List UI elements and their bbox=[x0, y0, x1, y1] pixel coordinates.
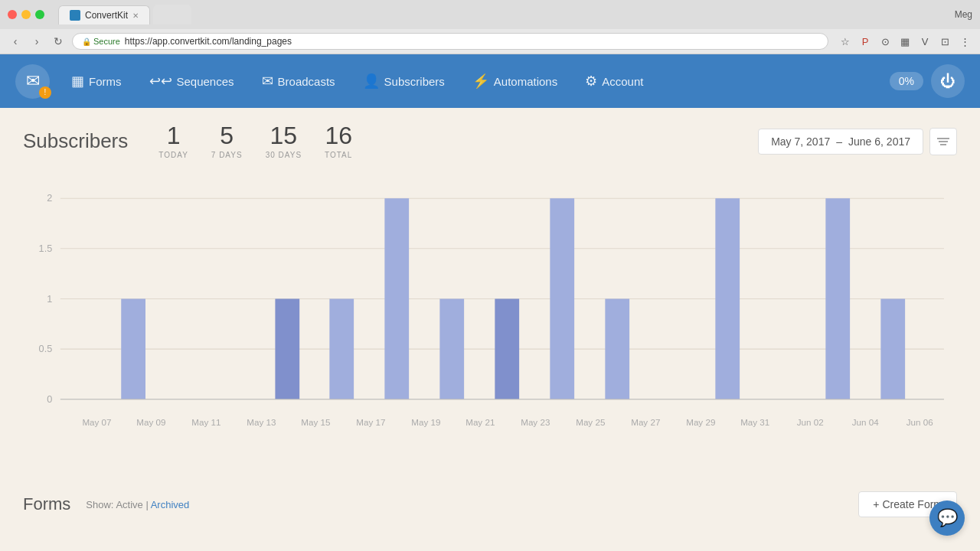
extension-icon-4[interactable]: V bbox=[917, 34, 933, 49]
stat-today: 1 TODAY bbox=[158, 123, 188, 159]
svg-text:Jun 06: Jun 06 bbox=[906, 417, 933, 427]
extension-icon-2[interactable]: ⊙ bbox=[877, 34, 893, 49]
stat-7days-value: 5 bbox=[211, 123, 243, 148]
nav-label-account: Account bbox=[602, 75, 643, 88]
stat-7days: 5 7 DAYS bbox=[211, 123, 243, 159]
chat-button[interactable]: 💬 bbox=[929, 500, 965, 536]
url-bar[interactable]: 🔒 Secure https://app.convertkit.com/land… bbox=[72, 33, 828, 50]
bar-may19 bbox=[384, 198, 409, 399]
minimize-button[interactable] bbox=[21, 10, 31, 19]
tab-title: ConvertKit bbox=[85, 10, 128, 21]
maximize-button[interactable] bbox=[35, 10, 44, 19]
svg-text:May 29: May 29 bbox=[686, 417, 715, 427]
show-label: Show: bbox=[86, 499, 113, 510]
browser-user: Meg bbox=[955, 9, 972, 20]
refresh-button[interactable]: ↻ bbox=[51, 34, 66, 49]
svg-text:May 13: May 13 bbox=[247, 417, 276, 427]
stat-today-label: TODAY bbox=[158, 151, 188, 159]
date-end: June 6, 2017 bbox=[848, 135, 910, 148]
extension-icon-3[interactable]: ▦ bbox=[897, 34, 913, 49]
nav-item-automations[interactable]: ⚡ Automations bbox=[459, 54, 571, 108]
nav-item-sequences[interactable]: ↩↩ Sequences bbox=[136, 54, 248, 108]
stats-row: 1 TODAY 5 7 DAYS 15 30 DAYS 16 TOTAL bbox=[158, 123, 352, 159]
svg-text:May 21: May 21 bbox=[466, 417, 495, 427]
archived-link[interactable]: Archived bbox=[151, 499, 190, 510]
svg-text:Jun 04: Jun 04 bbox=[852, 417, 879, 427]
nav-label-automations: Automations bbox=[494, 75, 557, 88]
power-button[interactable]: ⏻ bbox=[931, 64, 965, 98]
nav-label-broadcasts: Broadcasts bbox=[278, 75, 335, 88]
date-start: May 7, 2017 bbox=[771, 135, 830, 148]
stat-today-value: 1 bbox=[158, 123, 188, 148]
traffic-lights bbox=[8, 10, 44, 19]
subscribers-title: Subscribers bbox=[23, 129, 128, 153]
pipe-separator: | bbox=[145, 499, 148, 510]
svg-text:0.5: 0.5 bbox=[39, 344, 53, 354]
date-range-picker[interactable]: May 7, 2017 – June 6, 2017 bbox=[758, 129, 923, 155]
show-filters: Show: Active | Archived bbox=[86, 499, 189, 510]
account-icon: ⚙ bbox=[585, 73, 597, 90]
bookmark-icon[interactable]: ☆ bbox=[838, 34, 853, 49]
secure-text: Secure bbox=[93, 37, 120, 46]
svg-text:0: 0 bbox=[47, 394, 52, 405]
nav-item-subscribers[interactable]: 👤 Subscribers bbox=[349, 54, 459, 108]
svg-text:May 25: May 25 bbox=[576, 417, 605, 427]
bar-jun06 bbox=[880, 298, 905, 399]
pct-badge[interactable]: 0% bbox=[890, 72, 923, 90]
stat-30days: 15 30 DAYS bbox=[266, 123, 302, 159]
nav-label-sequences: Sequences bbox=[177, 75, 234, 88]
forms-title: Forms bbox=[23, 494, 70, 514]
back-button[interactable]: ‹ bbox=[8, 34, 23, 49]
chat-icon: 💬 bbox=[937, 508, 958, 528]
filter-button[interactable] bbox=[929, 128, 957, 155]
app-nav: ✉ ! ▦ Forms ↩↩ Sequences ✉ Broadcasts 👤 … bbox=[0, 54, 980, 108]
nav-items: ▦ Forms ↩↩ Sequences ✉ Broadcasts 👤 Subs… bbox=[57, 54, 890, 108]
forward-button[interactable]: › bbox=[29, 34, 44, 49]
browser-titlebar: ConvertKit ✕ Meg bbox=[0, 0, 980, 29]
broadcasts-icon: ✉ bbox=[262, 73, 273, 90]
nav-item-forms[interactable]: ▦ Forms bbox=[57, 54, 136, 108]
bar-may27 bbox=[605, 298, 629, 399]
more-menu-button[interactable]: ⋮ bbox=[957, 34, 972, 49]
stat-30days-value: 15 bbox=[266, 123, 302, 148]
close-button[interactable] bbox=[8, 10, 17, 19]
lock-icon: 🔒 bbox=[82, 37, 91, 46]
nav-item-account[interactable]: ⚙ Account bbox=[571, 54, 657, 108]
svg-text:May 15: May 15 bbox=[301, 417, 330, 427]
svg-text:May 27: May 27 bbox=[631, 417, 660, 427]
forms-section: Forms Show: Active | Archived + Create F… bbox=[23, 491, 957, 517]
bar-jun04 bbox=[825, 198, 850, 399]
svg-text:1.5: 1.5 bbox=[39, 243, 53, 254]
svg-text:May 17: May 17 bbox=[356, 417, 385, 427]
bar-may17 bbox=[329, 298, 354, 399]
stat-total: 16 TOTAL bbox=[325, 123, 352, 159]
svg-text:May 19: May 19 bbox=[411, 417, 440, 427]
svg-text:May 23: May 23 bbox=[521, 417, 550, 427]
automations-icon: ⚡ bbox=[472, 73, 489, 90]
nav-item-broadcasts[interactable]: ✉ Broadcasts bbox=[248, 54, 349, 108]
extension-icon-5[interactable]: ⊡ bbox=[937, 34, 952, 49]
tab-favicon bbox=[70, 10, 80, 21]
main-content: Subscribers 1 TODAY 5 7 DAYS 15 30 DAYS … bbox=[0, 108, 980, 551]
nav-label-forms: Forms bbox=[89, 75, 122, 88]
bar-may09 bbox=[121, 298, 145, 399]
subscribers-chart: 2 1.5 1 0.5 0 bbox=[23, 182, 957, 458]
logo-icon: ✉ bbox=[26, 71, 40, 91]
forms-icon: ▦ bbox=[71, 73, 84, 90]
svg-text:1: 1 bbox=[47, 294, 52, 305]
browser-chrome: ConvertKit ✕ Meg ‹ › ↻ 🔒 Secure https://… bbox=[0, 0, 980, 54]
active-link: Active bbox=[116, 499, 142, 510]
browser-tab[interactable]: ConvertKit ✕ bbox=[58, 5, 150, 24]
date-dash: – bbox=[836, 135, 842, 148]
subscribers-header: Subscribers 1 TODAY 5 7 DAYS 15 30 DAYS … bbox=[23, 123, 957, 159]
bar-may15 bbox=[275, 298, 299, 399]
extension-icon-1[interactable]: P bbox=[858, 34, 873, 49]
bar-may25 bbox=[550, 198, 574, 399]
nav-logo[interactable]: ✉ ! bbox=[15, 64, 50, 99]
filter-icon bbox=[937, 137, 949, 146]
stat-7days-label: 7 DAYS bbox=[211, 151, 243, 159]
tab-close-button[interactable]: ✕ bbox=[132, 11, 139, 20]
sequences-icon: ↩↩ bbox=[149, 73, 172, 90]
date-range-container: May 7, 2017 – June 6, 2017 bbox=[758, 128, 957, 155]
bar-may23 bbox=[495, 298, 519, 399]
